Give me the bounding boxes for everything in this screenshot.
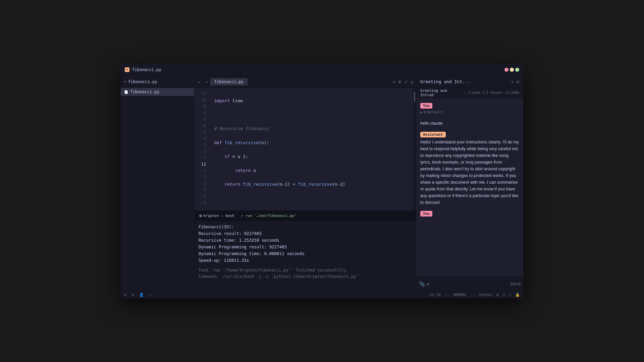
- term-line-3: Dynamic Programming result: 9227465: [199, 244, 412, 250]
- user-icon: 👤: [139, 293, 144, 297]
- chat-format-icon[interactable]: ≡: [427, 281, 429, 287]
- app-icon: ≡: [125, 67, 129, 72]
- ln-2: 10: [195, 97, 209, 103]
- status-icon-lock: 🔒: [515, 293, 520, 297]
- assistant-badge: Assistant: [420, 132, 446, 137]
- tab-fibonacci[interactable]: fibonacci.py: [210, 78, 248, 85]
- msg-you-1: You ▶ ⊞ Default: [420, 102, 519, 116]
- chat-menu-button[interactable]: ≡: [517, 79, 519, 84]
- check-icon: ✓: [149, 293, 152, 297]
- chat-input-field[interactable]: [432, 281, 507, 286]
- ln-10: 2: [195, 148, 209, 155]
- file-icon: 📄: [124, 90, 128, 94]
- status-mode: NORMAL: [453, 293, 467, 297]
- task-line-2: Command: '/usr/bin/bash -i -c `python3 /…: [199, 274, 412, 280]
- titlebar-filename: fibonacci.py: [132, 67, 502, 72]
- sidebar-icon: ≡: [124, 80, 126, 83]
- code-line-4: def fib_recursive(n):: [214, 139, 411, 146]
- ln-8: 4: [195, 135, 209, 142]
- ln-3: 9: [195, 103, 209, 110]
- status-time: 12:16: [430, 293, 441, 297]
- terminal-tab-bash[interactable]: krypton — bash: [197, 213, 236, 219]
- code-line-1: import time: [214, 98, 411, 105]
- ln-14: 2: [195, 174, 209, 180]
- sidebar-title: fibonacci.py: [128, 79, 157, 84]
- msg-assistant: Assistant Hello! I understand your instr…: [420, 131, 519, 206]
- ln-13: 1: [195, 168, 209, 174]
- ln-9: 3: [195, 142, 209, 148]
- you-badge-2: You: [420, 211, 432, 217]
- expand-button[interactable]: ⤢: [403, 78, 409, 85]
- status-right: 12:16 -- NORMAL -- Python ⊞ □ ⚡ 🔒: [430, 293, 520, 297]
- status-list-icon: ≡: [132, 293, 134, 297]
- sidebar-header: ≡ fibonacci.py: [121, 76, 194, 88]
- chat-tokens: 12/200k: [505, 91, 519, 95]
- reload-button[interactable]: ↺: [410, 78, 414, 85]
- code-line-8: [214, 195, 411, 202]
- ln-1: 11: [195, 90, 209, 97]
- tab-filename: fibonacci.py: [214, 79, 244, 84]
- tab-actions: + ⊞ ⤢ ↺: [392, 78, 414, 85]
- term-line-0: Fibonacci(35):: [199, 224, 412, 230]
- tab-forward-button[interactable]: →: [203, 79, 209, 84]
- ln-7: 5: [195, 129, 209, 135]
- default-text: Default: [427, 110, 443, 114]
- status-icon-grid: ⊞: [496, 293, 499, 297]
- code-line-5: if n ≤ 1:: [214, 153, 411, 160]
- ln-15: 3: [195, 181, 209, 187]
- main-content: ≡ fibonacci.py 📄 fibonacci.py ← → fibona…: [121, 76, 523, 291]
- term-line-4: Dynamic Programming time: 0.000011 secon…: [199, 250, 412, 257]
- you-badge-1: You: [420, 103, 432, 109]
- terminal-tab-bash-label: krypton — bash: [203, 214, 234, 218]
- chat-title: Greeting and Int...: [420, 79, 508, 84]
- maximize-btn[interactable]: [515, 68, 519, 72]
- chat-input-area: 📎 ≡ Send: [416, 276, 523, 291]
- terminal-tab-dot: [199, 215, 202, 217]
- status-menu-icon[interactable]: ≡: [124, 293, 126, 297]
- window-controls: [504, 68, 519, 72]
- editor-area: ← → fibonacci.py + ⊞ ⤢ ↺ 11: [195, 76, 416, 291]
- term-line-1: Recursive result: 9227465: [199, 230, 412, 237]
- ln-4: 8: [195, 110, 209, 116]
- split-button[interactable]: ⊞: [397, 78, 401, 85]
- ln-6: 6: [195, 123, 209, 129]
- task-line-1: Task `run '/home/krypton/fibonacci.py'` …: [199, 267, 412, 274]
- code-line-2: [214, 111, 411, 118]
- user-message-text: hello claude: [420, 121, 443, 126]
- status-lang: Python: [479, 293, 492, 297]
- editor-main: 11 10 9 8 7 6 5 4 3 2 1 12 1: [195, 88, 416, 210]
- code-lines: import time # Recursive Fibonacci def fi…: [211, 88, 413, 210]
- new-tab-button[interactable]: +: [392, 78, 396, 85]
- chat-convo-title: Greeting and Introd: [420, 88, 461, 97]
- status-user-icon: 👤: [139, 293, 144, 297]
- chat-messages: You ▶ ⊞ Default hello claude Assistant H…: [416, 98, 523, 276]
- terminal-tabs: krypton — bash ✓ run '…ton/fibonacci.py': [195, 211, 416, 221]
- code-line-7: return fib_recursive(n-1) + fib_recursiv…: [214, 181, 411, 188]
- chat-send-button[interactable]: Send: [510, 281, 521, 286]
- main-window: ≡ fibonacci.py ≡ fibonacci.py 📄 fibonacc…: [121, 64, 523, 298]
- default-badge[interactable]: ▶ ⊞ Default: [420, 110, 519, 114]
- scroll-thumb[interactable]: [414, 92, 415, 102]
- tab-back-button[interactable]: ←: [197, 79, 202, 84]
- code-container[interactable]: 11 10 9 8 7 6 5 4 3 2 1 12 1: [195, 88, 416, 210]
- chat-header: Greeting and Int... + ≡: [416, 76, 523, 88]
- terminal-tab-run[interactable]: ✓ run '…ton/fibonacci.py': [239, 213, 299, 219]
- terminal-area: krypton — bash ✓ run '…ton/fibonacci.py'…: [195, 210, 416, 291]
- menu-icon: ≡: [124, 293, 126, 297]
- assistant-message-text: Hello! I understand your instructions cl…: [420, 139, 519, 206]
- terminal-content: Fibonacci(35): Recursive result: 9227465…: [195, 221, 416, 291]
- status-check-icon: ✓: [149, 293, 152, 297]
- chat-add-button[interactable]: +: [511, 79, 514, 84]
- chevron-right-icon: ▶: [420, 110, 422, 114]
- close-btn[interactable]: [504, 68, 508, 72]
- chat-model-name: Claude 3.5 Sonnet: [468, 91, 502, 95]
- chat-panel: Greeting and Int... + ≡ Greeting and Int…: [416, 76, 523, 291]
- chat-input-icons: 📎 ≡: [419, 281, 429, 287]
- minimize-btn[interactable]: [510, 68, 514, 72]
- terminal-task-info: Task `run '/home/krypton/fibonacci.py'` …: [199, 267, 412, 280]
- sidebar-item-fibonacci[interactable]: 📄 fibonacci.py: [121, 88, 194, 96]
- terminal-tab-run-label: ✓ run '…ton/fibonacci.py': [241, 214, 297, 218]
- status-icon-square: □: [503, 293, 505, 297]
- code-view: 11 10 9 8 7 6 5 4 3 2 1 12 1: [195, 88, 416, 210]
- chat-attach-icon[interactable]: 📎: [419, 281, 425, 287]
